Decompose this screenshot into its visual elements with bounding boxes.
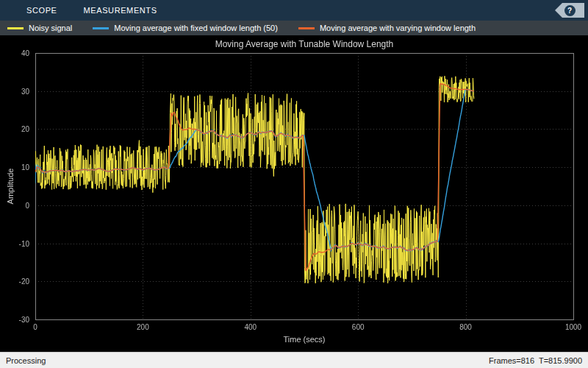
status-processing-text: Processing [6, 356, 46, 365]
legend-item-varying-window-average[interactable]: Moving average with varying window lengt… [298, 24, 476, 32]
legend-swatch-varying-window-average [298, 27, 315, 29]
status-frames-time-text: Frames=816 T=815.9900 [489, 356, 582, 365]
help-icon: ? [564, 5, 576, 16]
toolbar: SCOPE MEASUREMENTS ? [0, 0, 588, 21]
signal-plot-canvas[interactable] [0, 35, 588, 352]
help-button[interactable]: ? [555, 3, 584, 18]
status-bar: Processing Frames=816 T=815.9900 [0, 352, 588, 368]
legend-label-fixed-window-average: Moving average with fixed window length … [114, 24, 278, 32]
legend-item-fixed-window-average[interactable]: Moving average with fixed window length … [93, 24, 278, 32]
plot-region: Moving Average with Tunable Window Lengt… [0, 35, 588, 352]
legend-swatch-noisy-signal [7, 27, 24, 29]
legend-label-varying-window-average: Moving average with varying window lengt… [320, 24, 476, 32]
tab-scope[interactable]: SCOPE [13, 0, 71, 21]
legend-label-noisy-signal: Noisy signal [29, 24, 72, 32]
tab-measurements[interactable]: MEASUREMENTS [71, 0, 171, 21]
legend: Noisy signal Moving average with fixed w… [0, 21, 588, 35]
legend-swatch-fixed-window-average [93, 27, 109, 29]
scope-window: SCOPE MEASUREMENTS ? Noisy signal Moving… [0, 0, 588, 368]
legend-item-noisy-signal[interactable]: Noisy signal [7, 24, 72, 32]
